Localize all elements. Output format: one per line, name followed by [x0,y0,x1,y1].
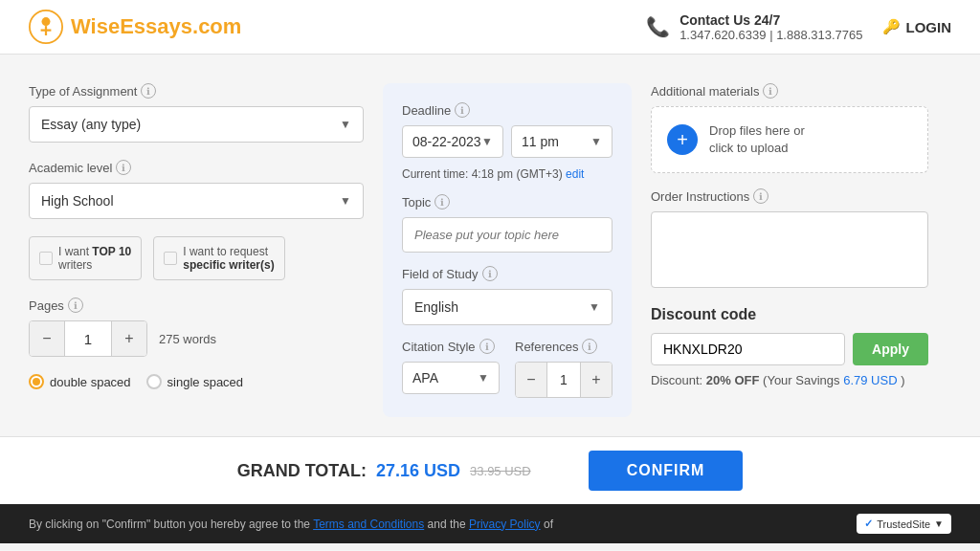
deadline-time-chevron-icon: ▼ [590,135,602,148]
upload-text: Drop files here or click to upload [709,122,805,157]
assignment-label: Type of Assignment ℹ [29,83,364,99]
pages-decrement-button[interactable]: − [30,321,64,356]
deadline-label: Deadline ℹ [402,102,612,118]
specific-writer-checkbox[interactable] [164,252,177,265]
references-value: 1 [546,363,581,397]
deadline-row: 08-22-2023 ▼ 11 pm ▼ [402,125,612,158]
grand-total-original: 33.95 USD [470,464,531,478]
pages-info-icon[interactable]: ℹ [68,298,83,313]
spacing-options: double spaced single spaced [29,374,364,389]
edit-time-link[interactable]: edit [566,167,584,181]
additional-materials-label: Additional materials ℹ [651,83,928,99]
assignment-chevron-icon: ▼ [340,118,351,131]
field-of-study-info-icon[interactable]: ℹ [482,266,498,281]
main-content: Type of Assignment ℹ Essay (any type) ▼ … [0,55,957,436]
logo[interactable]: WiseEssays.com [29,10,241,44]
order-instructions-info-icon[interactable]: ℹ [753,188,768,204]
deadline-info-icon[interactable]: ℹ [455,102,470,118]
pages-increment-button[interactable]: + [112,321,146,356]
academic-select[interactable]: High School ▼ [29,183,364,219]
footer-bar: GRAND TOTAL: 27.16 USD 33.95 USD CONFIRM [0,436,980,504]
double-spaced-option[interactable]: double spaced [29,374,131,389]
assignment-info-icon[interactable]: ℹ [141,83,156,99]
academic-label: Academic level ℹ [29,160,364,175]
header: WiseEssays.com 📞 Contact Us 24/7 1.347.6… [0,0,980,55]
upload-plus-icon: + [667,124,698,155]
words-label: 275 words [159,332,216,346]
single-spaced-radio[interactable] [146,374,162,389]
citation-col: Citation Style ℹ APA ▼ [402,339,500,394]
references-control: − 1 + [515,362,612,398]
academic-chevron-icon: ▼ [340,194,351,208]
svg-point-1 [42,17,51,26]
top-writers-option[interactable]: I want TOP 10writers [29,236,142,280]
academic-info-icon[interactable]: ℹ [116,160,131,175]
logo-icon [29,10,63,44]
references-label: References ℹ [515,339,612,354]
contact-text: Contact Us 24/7 1.347.620.6339 | 1.888.3… [679,12,862,42]
double-spaced-radio[interactable] [29,374,44,389]
citation-chevron-icon: ▼ [478,371,489,385]
trusted-site-badge: ✓ TrustedSite ▼ [857,514,951,534]
order-instructions-label: Order Instructions ℹ [651,188,928,204]
bottom-notice: By clicking on "Confirm" button you here… [0,504,980,543]
terms-link[interactable]: Terms and Conditions [313,518,424,531]
pages-section: Pages ℹ − 1 + 275 words [29,298,364,357]
references-info-icon[interactable]: ℹ [582,339,597,354]
writer-options: I want TOP 10writers I want to requestsp… [29,236,364,280]
deadline-date-chevron-icon: ▼ [481,135,493,148]
upload-area[interactable]: + Drop files here or click to upload [651,106,928,173]
citation-info-icon[interactable]: ℹ [479,339,495,354]
citation-row: Citation Style ℹ APA ▼ References ℹ − [402,339,612,398]
middle-panel: Deadline ℹ 08-22-2023 ▼ 11 pm ▼ Current … [383,83,632,417]
pages-label: Pages ℹ [29,298,364,313]
citation-select[interactable]: APA ▼ [402,362,500,394]
order-instructions-textarea[interactable] [651,211,928,288]
key-icon: 🔑 [882,18,901,35]
trusted-checkmark-icon: ✓ [864,518,873,530]
deadline-date-select[interactable]: 08-22-2023 ▼ [402,125,503,158]
privacy-link[interactable]: Privacy Policy [469,518,541,531]
pages-value: 1 [64,321,112,356]
top-writers-checkbox[interactable] [39,252,53,265]
field-of-study-select[interactable]: English ▼ [402,289,612,325]
single-spaced-option[interactable]: single spaced [146,374,244,389]
grand-total-amount: 27.16 USD [376,461,460,481]
topic-info-icon[interactable]: ℹ [434,194,450,209]
right-panel: Additional materials ℹ + Drop files here… [651,83,928,417]
field-of-study-chevron-icon: ▼ [589,300,600,314]
logo-text: WiseEssays.com [71,14,241,39]
left-panel: Type of Assignment ℹ Essay (any type) ▼ … [29,83,364,417]
references-col: References ℹ − 1 + [515,339,612,398]
discount-row: Apply [651,333,928,365]
contact-info: 📞 Contact Us 24/7 1.347.620.6339 | 1.888… [646,12,862,42]
grand-total: GRAND TOTAL: 27.16 USD 33.95 USD [237,461,531,481]
field-of-study-label: Field of Study ℹ [402,266,612,281]
pages-control: − 1 + [29,320,147,357]
assignment-select[interactable]: Essay (any type) ▼ [29,106,364,143]
discount-code-input[interactable] [651,333,845,365]
trusted-chevron-icon: ▼ [934,518,944,529]
references-increment-button[interactable]: + [581,363,612,397]
deadline-time-select[interactable]: 11 pm ▼ [511,125,612,158]
login-button[interactable]: 🔑 LOGIN [882,18,952,35]
topic-label: Topic ℹ [402,194,612,209]
topic-input[interactable] [402,217,612,253]
additional-materials-info-icon[interactable]: ℹ [763,83,778,99]
specific-writer-option[interactable]: I want to requestspecific writer(s) [153,236,284,280]
phone-icon: 📞 [646,15,670,38]
confirm-button[interactable]: CONFIRM [589,451,744,491]
discount-info: Discount: 20% OFF (Your Savings 6.79 USD… [651,373,928,387]
references-decrement-button[interactable]: − [516,363,546,397]
citation-label: Citation Style ℹ [402,339,500,354]
header-right: 📞 Contact Us 24/7 1.347.620.6339 | 1.888… [646,12,951,42]
current-time: Current time: 4:18 pm (GMT+3) edit [402,167,612,181]
apply-button[interactable]: Apply [853,333,928,365]
discount-title: Discount code [651,306,928,323]
